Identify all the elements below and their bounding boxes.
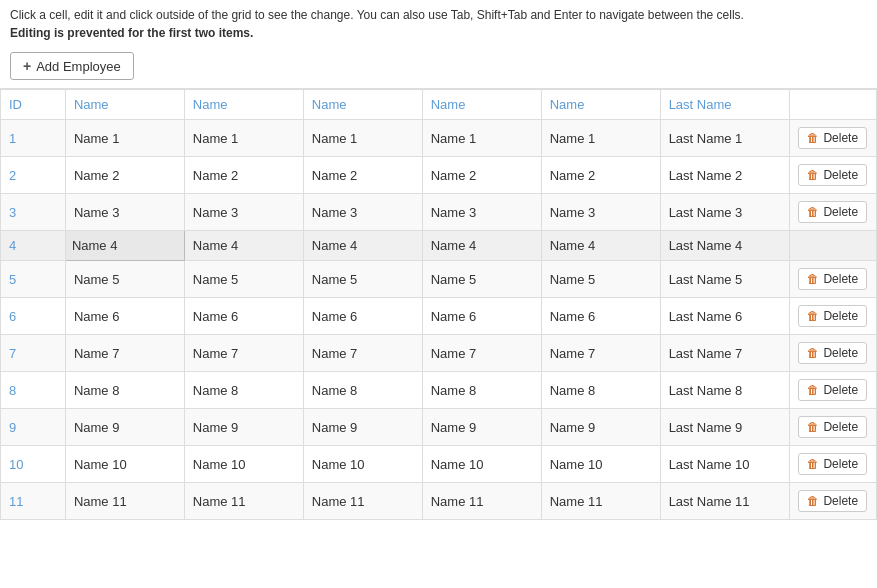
cell-action: 🗑Delete — [790, 194, 877, 231]
trash-icon: 🗑 — [807, 457, 819, 471]
cell-id[interactable]: 11 — [1, 483, 66, 520]
cell-name-3[interactable]: Name 7 — [303, 335, 422, 372]
delete-button[interactable]: 🗑Delete — [798, 342, 867, 364]
trash-icon: 🗑 — [807, 494, 819, 508]
delete-button[interactable]: 🗑Delete — [798, 379, 867, 401]
cell-name-3[interactable]: Name 1 — [303, 120, 422, 157]
cell-lastname[interactable]: Last Name 5 — [660, 261, 790, 298]
cell-name-3[interactable]: Name 4 — [303, 231, 422, 261]
cell-lastname[interactable]: Last Name 3 — [660, 194, 790, 231]
cell-name-1[interactable]: Name 5 — [65, 261, 184, 298]
cell-name-1[interactable]: Name 1 — [65, 120, 184, 157]
cell-name-4[interactable]: Name 7 — [422, 335, 541, 372]
cell-name-2[interactable]: Name 1 — [184, 120, 303, 157]
cell-id[interactable]: 10 — [1, 446, 66, 483]
cell-name-3[interactable]: Name 10 — [303, 446, 422, 483]
cell-name-4[interactable]: Name 5 — [422, 261, 541, 298]
cell-name-4[interactable]: Name 3 — [422, 194, 541, 231]
cell-name-4[interactable]: Name 11 — [422, 483, 541, 520]
cell-name-3[interactable]: Name 11 — [303, 483, 422, 520]
delete-button[interactable]: 🗑Delete — [798, 305, 867, 327]
cell-name-3[interactable]: Name 8 — [303, 372, 422, 409]
delete-button[interactable]: 🗑Delete — [798, 127, 867, 149]
cell-name-3[interactable]: Name 6 — [303, 298, 422, 335]
cell-name-2[interactable]: Name 2 — [184, 157, 303, 194]
delete-button[interactable]: 🗑Delete — [798, 453, 867, 475]
cell-name-2[interactable]: Name 4 — [184, 231, 303, 261]
cell-id[interactable]: 2 — [1, 157, 66, 194]
cell-name-2[interactable]: Name 9 — [184, 409, 303, 446]
cell-id[interactable]: 9 — [1, 409, 66, 446]
cell-lastname[interactable]: Last Name 7 — [660, 335, 790, 372]
cell-name-2[interactable]: Name 11 — [184, 483, 303, 520]
cell-lastname[interactable]: Last Name 1 — [660, 120, 790, 157]
cell-name-2[interactable]: Name 10 — [184, 446, 303, 483]
table-row: 4Name 4Name 4Name 4Name 4Name 4Last Name… — [1, 231, 877, 261]
cell-name-5[interactable]: Name 1 — [541, 120, 660, 157]
cell-name-1[interactable]: Name 4 — [65, 231, 184, 261]
cell-id[interactable]: 3 — [1, 194, 66, 231]
cell-name-1[interactable]: Name 9 — [65, 409, 184, 446]
cell-name-1[interactable]: Name 8 — [65, 372, 184, 409]
cell-lastname[interactable]: Last Name 8 — [660, 372, 790, 409]
cell-name-4[interactable]: Name 2 — [422, 157, 541, 194]
cell-name-5[interactable]: Name 2 — [541, 157, 660, 194]
cell-name-1[interactable]: Name 6 — [65, 298, 184, 335]
cell-action: 🗑Delete — [790, 335, 877, 372]
cell-name-5[interactable]: Name 8 — [541, 372, 660, 409]
cell-lastname[interactable]: Last Name 4 — [660, 231, 790, 261]
cell-lastname[interactable]: Last Name 9 — [660, 409, 790, 446]
cell-name-4[interactable]: Name 1 — [422, 120, 541, 157]
cell-lastname[interactable]: Last Name 10 — [660, 446, 790, 483]
trash-icon: 🗑 — [807, 420, 819, 434]
cell-name-4[interactable]: Name 6 — [422, 298, 541, 335]
cell-name-1[interactable]: Name 2 — [65, 157, 184, 194]
cell-name-1[interactable]: Name 10 — [65, 446, 184, 483]
delete-button[interactable]: 🗑Delete — [798, 201, 867, 223]
cell-name-3[interactable]: Name 5 — [303, 261, 422, 298]
cell-name-5[interactable]: Name 5 — [541, 261, 660, 298]
cell-name-3[interactable]: Name 2 — [303, 157, 422, 194]
cell-name-1[interactable]: Name 3 — [65, 194, 184, 231]
cell-name-3[interactable]: Name 3 — [303, 194, 422, 231]
delete-button[interactable]: 🗑Delete — [798, 416, 867, 438]
cell-name-5[interactable]: Name 4 — [541, 231, 660, 261]
cell-id[interactable]: 4 — [1, 231, 66, 261]
cell-id[interactable]: 7 — [1, 335, 66, 372]
cell-action: 🗑Delete — [790, 483, 877, 520]
cell-name-4[interactable]: Name 9 — [422, 409, 541, 446]
cell-name-5[interactable]: Name 10 — [541, 446, 660, 483]
cell-name-4[interactable]: Name 8 — [422, 372, 541, 409]
cell-name-3[interactable]: Name 9 — [303, 409, 422, 446]
cell-name-5[interactable]: Name 11 — [541, 483, 660, 520]
delete-label: Delete — [823, 309, 858, 323]
cell-id[interactable]: 6 — [1, 298, 66, 335]
cell-name-2[interactable]: Name 6 — [184, 298, 303, 335]
cell-name-5[interactable]: Name 3 — [541, 194, 660, 231]
cell-lastname[interactable]: Last Name 2 — [660, 157, 790, 194]
cell-name-4[interactable]: Name 4 — [422, 231, 541, 261]
cell-id[interactable]: 5 — [1, 261, 66, 298]
cell-name-5[interactable]: Name 7 — [541, 335, 660, 372]
delete-label: Delete — [823, 420, 858, 434]
cell-name-4[interactable]: Name 10 — [422, 446, 541, 483]
cell-lastname[interactable]: Last Name 6 — [660, 298, 790, 335]
cell-action: 🗑Delete — [790, 298, 877, 335]
cell-name-1[interactable]: Name 11 — [65, 483, 184, 520]
table-row: 2Name 2Name 2Name 2Name 2Name 2Last Name… — [1, 157, 877, 194]
cell-id[interactable]: 1 — [1, 120, 66, 157]
cell-name-1[interactable]: Name 7 — [65, 335, 184, 372]
cell-name-5[interactable]: Name 9 — [541, 409, 660, 446]
delete-button[interactable]: 🗑Delete — [798, 268, 867, 290]
cell-name-2[interactable]: Name 5 — [184, 261, 303, 298]
delete-button[interactable]: 🗑Delete — [798, 164, 867, 186]
cell-lastname[interactable]: Last Name 11 — [660, 483, 790, 520]
delete-label: Delete — [823, 168, 858, 182]
add-employee-button[interactable]: + Add Employee — [10, 52, 134, 80]
cell-name-2[interactable]: Name 7 — [184, 335, 303, 372]
cell-id[interactable]: 8 — [1, 372, 66, 409]
cell-name-2[interactable]: Name 3 — [184, 194, 303, 231]
cell-name-5[interactable]: Name 6 — [541, 298, 660, 335]
cell-name-2[interactable]: Name 8 — [184, 372, 303, 409]
delete-button[interactable]: 🗑Delete — [798, 490, 867, 512]
